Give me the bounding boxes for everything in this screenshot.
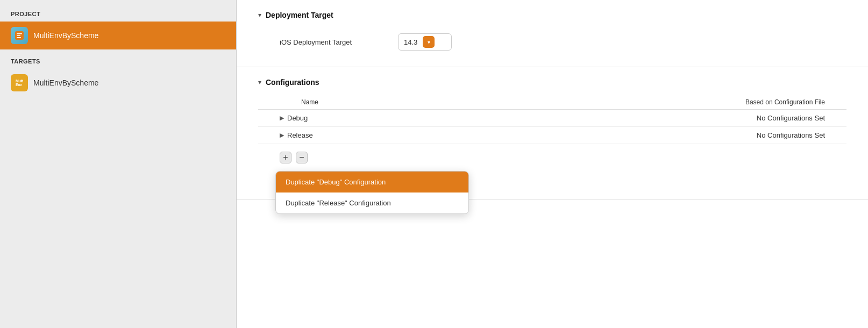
col-name-header: Name (258, 95, 494, 110)
configurations-section-header: ▾ Configurations (258, 78, 846, 87)
config-dropdown-popup: Duplicate "Debug" Configuration Duplicat… (275, 171, 469, 214)
project-item-label: MultiEnvByScheme (33, 31, 98, 40)
sidebar: PROJECT MultiEnvByScheme TARGETS MultiEn… (0, 0, 237, 328)
ios-deployment-row: iOS Deployment Target 14.3 ▾ (258, 28, 846, 56)
deployment-section-header: ▾ Deployment Target (258, 11, 846, 19)
project-section-label: PROJECT (0, 11, 236, 22)
duplicate-release-item[interactable]: Duplicate "Release" Configuration (276, 192, 468, 213)
configurations-table: Name Based on Configuration File ▶ Debug… (258, 95, 846, 144)
table-row: ▶ Debug No Configurations Set (258, 110, 846, 127)
deployment-section-title: Deployment Target (266, 11, 333, 19)
debug-expand-icon[interactable]: ▶ (280, 115, 284, 122)
release-name-label: Release (287, 131, 313, 139)
svg-rect-2 (17, 35, 20, 37)
action-row: + − Duplicate "Debug" Configuration Dupl… (258, 144, 846, 171)
debug-row-name: ▶ Debug (258, 110, 494, 127)
add-config-button[interactable]: + (280, 152, 291, 163)
sidebar-item-target[interactable]: MultiEnv MultiEnvByScheme (0, 69, 236, 97)
project-icon (11, 27, 28, 44)
deployment-target-section: ▾ Deployment Target iOS Deployment Targe… (237, 0, 868, 67)
targets-section-label: TARGETS (0, 49, 236, 69)
debug-config-value: No Configurations Set (494, 110, 846, 127)
col-config-header: Based on Configuration File (494, 95, 846, 110)
main-content: ▾ Deployment Target iOS Deployment Targe… (237, 0, 868, 328)
select-arrow-icon: ▾ (423, 36, 435, 48)
remove-config-button[interactable]: − (296, 152, 308, 163)
ios-deployment-select[interactable]: 14.3 ▾ (398, 33, 452, 51)
svg-rect-3 (17, 37, 21, 38)
sidebar-item-project[interactable]: MultiEnvByScheme (0, 22, 236, 49)
configurations-section-title: Configurations (266, 78, 319, 87)
target-icon: MultiEnv (11, 74, 28, 91)
release-row-name: ▶ Release (258, 127, 494, 144)
table-row: ▶ Release No Configurations Set (258, 127, 846, 144)
ios-deployment-label: iOS Deployment Target (280, 38, 398, 46)
svg-rect-1 (17, 33, 22, 34)
release-config-value: No Configurations Set (494, 127, 846, 144)
configurations-chevron-icon[interactable]: ▾ (258, 79, 261, 86)
target-item-label: MultiEnvByScheme (33, 79, 98, 87)
deployment-chevron-icon[interactable]: ▾ (258, 11, 261, 19)
configurations-section: ▾ Configurations Name Based on Configura… (237, 67, 868, 199)
release-expand-icon[interactable]: ▶ (280, 132, 284, 139)
duplicate-debug-item[interactable]: Duplicate "Debug" Configuration (276, 172, 468, 192)
ios-deployment-value: 14.3 (404, 38, 417, 46)
debug-name-label: Debug (287, 114, 308, 122)
